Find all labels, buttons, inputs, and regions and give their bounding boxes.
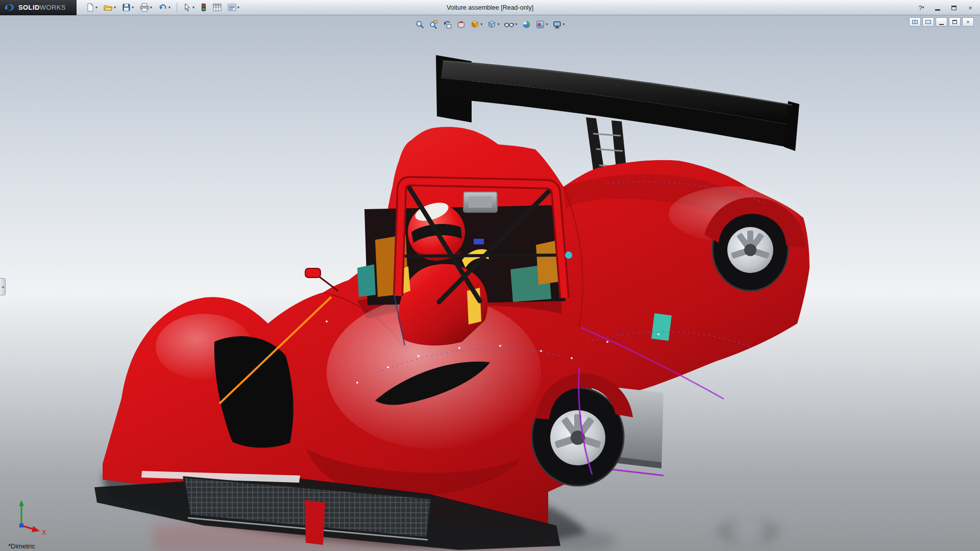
rebuild-button[interactable]	[199, 2, 209, 13]
close-button[interactable]: ×	[965, 3, 976, 13]
splitter-pylon	[305, 500, 325, 545]
mirror	[305, 268, 338, 291]
minimize-icon	[935, 9, 940, 11]
minimize-button[interactable]	[932, 3, 943, 13]
full-pane-button[interactable]	[922, 17, 934, 27]
dropdown-arrow[interactable]: ▾	[480, 22, 482, 27]
save-button[interactable]: ▾	[120, 2, 136, 13]
split-pane-button[interactable]	[909, 17, 921, 27]
dropdown-arrow[interactable]: ▾	[497, 22, 499, 27]
document-window-buttons: ×	[909, 17, 974, 27]
select-button[interactable]: ▾	[181, 2, 197, 13]
document-title: Voiture assemblee [Read-only]	[447, 0, 533, 15]
model-scene[interactable]: X	[0, 15, 980, 551]
close-doc-icon: ×	[967, 19, 970, 25]
dropdown-arrow[interactable]: ▾	[95, 6, 97, 10]
dropdown-arrow[interactable]: ▾	[563, 22, 565, 27]
toolbar-separator	[177, 3, 177, 13]
dropdown-arrow[interactable]: ▾	[168, 6, 170, 10]
section-view-button[interactable]	[455, 18, 467, 31]
design-table-icon	[213, 3, 222, 12]
open-button[interactable]: ▾	[102, 2, 118, 13]
open-folder-icon	[104, 3, 113, 12]
dassault-3ds-logo-icon	[4, 3, 15, 12]
restore-icon	[951, 6, 957, 10]
view-orientation-button[interactable]: ▾	[469, 18, 484, 31]
zoom-to-area-button[interactable]	[427, 18, 439, 31]
dropdown-arrow[interactable]: ▾	[132, 6, 134, 10]
restore-doc-icon	[952, 20, 957, 24]
previous-view-icon	[443, 20, 452, 29]
design-table-button[interactable]	[211, 2, 224, 13]
help-button[interactable]: ?▾	[916, 3, 927, 13]
close-doc-button[interactable]: ×	[962, 17, 974, 27]
display-style-icon	[487, 20, 496, 29]
apply-scene-button[interactable]: ▾	[534, 18, 550, 31]
solidworks-brand: SOLIDWORKS	[0, 0, 77, 15]
heads-up-view-toolbar: ▾ ▾ ▾	[413, 18, 566, 31]
edit-appearance-ball-icon	[522, 20, 531, 29]
section-view-icon	[456, 20, 465, 29]
main-toolbar: ▾ ▾ ▾	[84, 2, 241, 13]
graphics-viewport[interactable]: X	[0, 15, 980, 551]
title-bar: SOLIDWORKS ▾ ▾	[0, 0, 980, 15]
previous-view-button[interactable]	[441, 18, 453, 31]
undo-button[interactable]: ▾	[156, 2, 173, 13]
view-orientation-label: *Dimetric	[8, 542, 35, 550]
view-settings-button[interactable]: ▾	[551, 18, 567, 31]
close-icon: ×	[968, 4, 972, 12]
zoom-to-fit-button[interactable]	[413, 18, 426, 31]
new-document-icon	[86, 3, 94, 12]
save-floppy-icon	[122, 3, 131, 12]
print-button[interactable]: ▾	[138, 2, 154, 13]
view-orientation-cube-icon	[470, 20, 479, 29]
dropdown-arrow[interactable]: ▾	[150, 6, 152, 10]
options-icon	[228, 3, 236, 12]
restore-doc-button[interactable]	[949, 17, 961, 27]
dropdown-arrow[interactable]: ▾	[114, 6, 116, 10]
triad-x-label: X	[42, 529, 46, 536]
dropdown-arrow[interactable]: ▾	[192, 6, 194, 10]
minimize-doc-icon	[939, 24, 944, 25]
new-document-button[interactable]: ▾	[84, 2, 100, 13]
edit-appearance-button[interactable]	[521, 18, 533, 31]
dropdown-arrow[interactable]: ▾	[237, 6, 239, 10]
options-button[interactable]: ▾	[226, 2, 241, 13]
zoom-to-area-icon	[429, 20, 438, 29]
hide-show-items-button[interactable]: ▾	[502, 18, 519, 31]
pane-collapse-icon: ◄	[1, 285, 5, 289]
view-settings-monitor-icon	[553, 20, 562, 29]
dropdown-arrow[interactable]: ▾	[515, 22, 517, 27]
hide-show-glasses-icon	[504, 20, 514, 29]
dropdown-arrow[interactable]: ▾	[546, 22, 548, 27]
minimize-doc-button[interactable]	[936, 17, 947, 27]
orientation-triad: X	[19, 500, 46, 536]
window-controls: ?▾ ×	[916, 0, 976, 15]
select-cursor-icon	[183, 3, 191, 12]
restore-button[interactable]	[948, 3, 960, 13]
display-style-button[interactable]: ▾	[485, 18, 501, 31]
feature-pane-collapsed-tab[interactable]: ◄	[0, 278, 6, 295]
center-intake	[463, 192, 497, 212]
rebuild-traffic-light-icon	[201, 3, 207, 12]
undo-arrow-icon	[158, 3, 167, 12]
full-pane-icon	[925, 20, 931, 24]
printer-icon	[140, 3, 149, 12]
car-model[interactable]	[94, 55, 810, 550]
split-pane-icon	[912, 20, 918, 24]
solidworks-window: SOLIDWORKS ▾ ▾	[0, 0, 980, 551]
apply-scene-icon	[536, 20, 545, 29]
zoom-to-fit-icon	[415, 20, 424, 29]
brand-name: SOLIDWORKS	[18, 4, 66, 11]
